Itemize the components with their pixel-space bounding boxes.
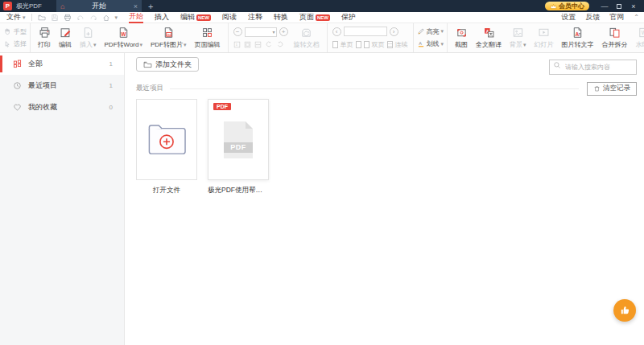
background-button: 背景▾ bbox=[506, 27, 530, 49]
zoom-out-button[interactable]: − bbox=[233, 27, 242, 36]
pdf-file-card[interactable]: PDF PDF 极光PDF使用帮助.pdf bbox=[208, 99, 269, 195]
new-badge: NEW bbox=[196, 14, 211, 21]
feedback-link[interactable]: 反馈 bbox=[585, 12, 600, 23]
feedback-fab[interactable] bbox=[613, 299, 636, 322]
snip-button[interactable]: 截图 bbox=[451, 27, 472, 49]
rotate-left-button[interactable] bbox=[265, 40, 273, 48]
document-tab[interactable]: ⌂ 开始 × bbox=[56, 0, 142, 12]
sidebar-item-favorites[interactable]: 我的收藏 0 bbox=[0, 97, 124, 118]
rotate-doc-button: 旋转文档 bbox=[290, 27, 324, 49]
zoom-level-select[interactable]: ▾ bbox=[245, 27, 277, 37]
collapse-ribbon-button[interactable]: ⌃ bbox=[634, 14, 639, 21]
folder-plus-icon bbox=[145, 122, 188, 158]
menu-tab-insert[interactable]: 插入 bbox=[155, 12, 169, 23]
print-button[interactable]: 打印 bbox=[34, 27, 55, 49]
menu-tab-page[interactable]: 页面NEW bbox=[299, 12, 330, 23]
search-input[interactable] bbox=[549, 60, 637, 75]
page-edit-button[interactable]: 页面编辑 bbox=[191, 27, 225, 49]
sidebar-item-all[interactable]: 全部 1 bbox=[0, 53, 124, 75]
toolbar: 手型 选择 打印 编辑 插入▾ W bbox=[0, 23, 644, 53]
merge-split-icon bbox=[609, 27, 621, 39]
website-link[interactable]: 官网 bbox=[609, 12, 624, 23]
prev-page-button[interactable]: ‹ bbox=[332, 27, 341, 36]
chevron-down-icon: ▾ bbox=[139, 42, 142, 48]
chevron-down-icon: ▾ bbox=[93, 42, 97, 48]
menu-tab-start[interactable]: 开始 bbox=[129, 12, 143, 23]
menubar: 文件▾ ▾ 开始 插入 编辑NEW 阅读 注释 转换 页面NEW 保护 设置 反… bbox=[0, 12, 644, 23]
menu-tab-convert[interactable]: 转换 bbox=[274, 12, 288, 23]
item-count: 1 bbox=[109, 82, 113, 89]
underline-button[interactable]: A 划线▾ bbox=[417, 39, 444, 48]
fit-page-button[interactable] bbox=[244, 41, 251, 48]
member-center-button[interactable]: 会员中心 bbox=[545, 2, 589, 10]
redo-icon bbox=[89, 14, 97, 22]
sidebar: 全部 1 最近项目 1 我的收藏 0 bbox=[0, 53, 125, 345]
actual-size-button[interactable]: 1 bbox=[233, 41, 241, 48]
quick-access-caret[interactable]: ▾ bbox=[115, 14, 118, 21]
translate-icon: A bbox=[483, 27, 495, 39]
chevron-down-icon: ▾ bbox=[441, 41, 444, 47]
edit-icon bbox=[60, 27, 72, 39]
two-page-icon[interactable] bbox=[356, 41, 361, 48]
menu-tab-read[interactable]: 阅读 bbox=[222, 12, 237, 23]
two-page-button[interactable]: 双页 bbox=[372, 40, 385, 49]
hand-tool-button[interactable]: 手型 bbox=[3, 27, 27, 36]
single-page-button[interactable]: 单页 bbox=[341, 40, 353, 49]
crown-icon bbox=[550, 3, 557, 10]
two-page-icon[interactable] bbox=[364, 41, 369, 48]
zoom-in-button[interactable]: + bbox=[279, 27, 288, 36]
home-icon[interactable] bbox=[102, 14, 110, 22]
open-file-card[interactable]: 打开文件 bbox=[136, 99, 197, 195]
main-panel: 添加文件夹 最近项目 清空记录 bbox=[125, 53, 644, 345]
fit-width-button[interactable] bbox=[254, 41, 262, 48]
next-page-button[interactable]: › bbox=[390, 27, 398, 36]
pdf-to-image-button[interactable]: PDF转图片▾ bbox=[147, 27, 191, 49]
svg-text:A: A bbox=[419, 41, 422, 46]
pdf-to-word-button[interactable]: W PDF转Word▾ bbox=[101, 27, 147, 49]
snip-icon bbox=[456, 27, 468, 39]
sidebar-item-recent[interactable]: 最近项目 1 bbox=[0, 75, 124, 97]
grid-icon bbox=[13, 60, 22, 68]
page-edit-icon bbox=[201, 27, 213, 39]
add-folder-button[interactable]: 添加文件夹 bbox=[136, 57, 199, 72]
translate-button[interactable]: A 全文翻译 bbox=[472, 27, 506, 49]
app-title: 极光PDF bbox=[16, 2, 42, 10]
edit-button[interactable]: 编辑 bbox=[55, 27, 76, 49]
clear-history-button[interactable]: 清空记录 bbox=[587, 82, 637, 96]
menu-tab-annotate[interactable]: 注释 bbox=[248, 12, 262, 23]
maximize-icon bbox=[617, 4, 621, 9]
background-icon bbox=[512, 27, 524, 39]
svg-text:A: A bbox=[576, 31, 580, 37]
trash-icon bbox=[593, 85, 601, 92]
highlight-button[interactable]: 高亮▾ bbox=[417, 27, 444, 36]
rotate-right-button[interactable] bbox=[276, 40, 284, 48]
insert-button: 插入▾ bbox=[76, 27, 101, 49]
menu-tab-edit[interactable]: 编辑NEW bbox=[180, 12, 211, 23]
maximize-button[interactable] bbox=[612, 2, 626, 10]
select-tool-button[interactable]: 选择 bbox=[3, 39, 27, 48]
page-number-input[interactable] bbox=[344, 27, 387, 36]
single-page-icon[interactable] bbox=[332, 41, 338, 48]
watermark-button: W 水印▾ bbox=[632, 27, 644, 49]
folder-icon bbox=[143, 60, 152, 69]
merge-split-button[interactable]: 合并拆分 bbox=[598, 27, 632, 49]
continuous-icon[interactable] bbox=[387, 41, 393, 48]
chevron-down-icon: ▾ bbox=[273, 29, 275, 35]
continuous-button[interactable]: 连续 bbox=[395, 40, 408, 49]
close-button[interactable]: × bbox=[626, 2, 641, 10]
titlebar: P 极光PDF ⌂ 开始 × + 会员中心 — × bbox=[0, 0, 644, 12]
image-to-text-button[interactable]: A 图片转文字 bbox=[558, 27, 598, 49]
highlighter-icon bbox=[417, 27, 425, 35]
open-file-icon[interactable] bbox=[38, 14, 46, 22]
new-badge: NEW bbox=[316, 14, 330, 21]
quick-print-icon[interactable] bbox=[64, 14, 72, 22]
minimize-button[interactable]: — bbox=[597, 2, 612, 10]
tab-close-icon[interactable]: × bbox=[134, 2, 138, 10]
image-to-text-icon: A bbox=[572, 27, 584, 39]
app-logo: P bbox=[3, 2, 12, 10]
divider bbox=[170, 88, 579, 89]
menu-tab-protect[interactable]: 保护 bbox=[341, 12, 356, 23]
file-menu[interactable]: 文件▾ bbox=[6, 12, 26, 23]
settings-link[interactable]: 设置 bbox=[561, 12, 576, 23]
new-tab-button[interactable]: + bbox=[148, 2, 153, 11]
